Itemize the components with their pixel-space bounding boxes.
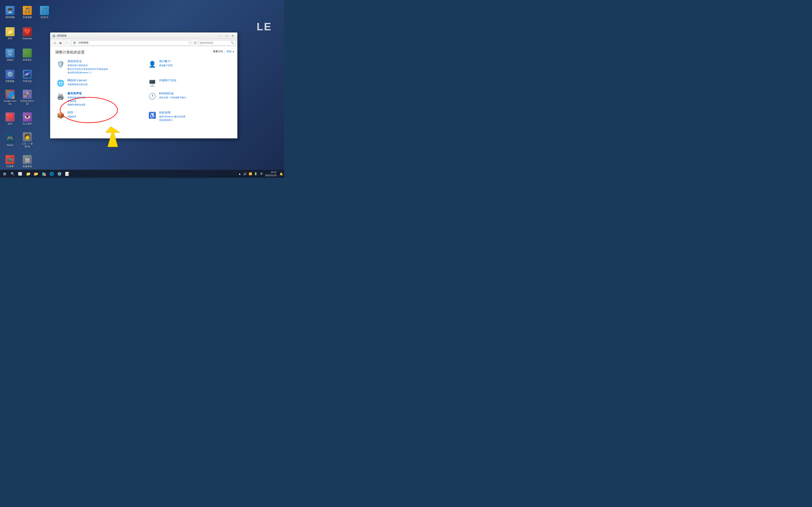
category-program: 📦 程序 卸载程序 [55, 110, 141, 123]
system-sub-3[interactable]: 备份和还原(Windows 7) [67, 71, 140, 74]
taskbar-app-filemanager[interactable]: 📂 [33, 170, 40, 178]
ime-indicator[interactable]: 拼 [259, 172, 263, 176]
taskbar-app-settings[interactable]: ⚙️ [56, 170, 63, 178]
desktop-icon-jixie[interactable]: 🤖 机械迷城 [19, 151, 35, 172]
ease-text: 轻松使用 使用 Windows 建议的设置 优化视觉显示 [159, 111, 232, 122]
desktop-icon-nobody[interactable]: 👁️ 无人深空 [19, 109, 35, 129]
desktop-icon-controlpanel[interactable]: ⚙️ 控制面板 [2, 66, 18, 87]
clock-title-link[interactable]: 时钟和区域 [159, 92, 232, 96]
desktop-icon-mypc[interactable]: 🖥️ 我的电脑 [2, 2, 18, 22]
close-button[interactable]: ✕ [230, 34, 236, 38]
appearance-icon: 🖥️ [148, 79, 157, 88]
task-view-button[interactable]: ⬜ [16, 170, 24, 178]
controlpanel-icon: ⚙️ [5, 70, 14, 79]
desktop-icon-chrome[interactable]: 🌐 Google Chrome [2, 87, 18, 108]
view-more-icon[interactable]: ▾ [233, 50, 234, 53]
window-body: 查看方式： 类别 ▾ 调整计算机的设置 🛡️ 系统和安全 查看你的计算机状态 通… [50, 47, 237, 138]
search-button[interactable]: 🔍 [230, 41, 235, 45]
taskbar-app-store[interactable]: 🛍️ [40, 170, 48, 178]
desktop-icon-shijie[interactable]: 🌿 实境求生 [19, 45, 35, 65]
forward-button[interactable]: ▶ [58, 40, 63, 46]
control-panel-window: ⚙️ 控制面板 ─ □ ✕ ◀ ▶ ↑ ⚙️ › 控制面板 ▾ ↺ 🔍 [50, 33, 238, 138]
network-sub-1[interactable]: 查看网络状态和任务 [67, 83, 140, 87]
address-separator: › [78, 41, 78, 44]
user-text: 用户帐户 更改帐户类型 [159, 60, 232, 67]
address-text: 控制面板 [79, 41, 89, 45]
refresh-button[interactable]: ↺ [193, 40, 198, 46]
category-system: 🛡️ 系统和安全 查看你的计算机状态 通过文件历史记录保存你的文件备份副本 备份… [55, 59, 141, 75]
view-category-link[interactable]: 类别 [226, 50, 232, 53]
ev-icon: 📹 [5, 155, 14, 164]
ease-sub-2[interactable]: 优化视觉显示 [159, 118, 232, 122]
hardware-title-link[interactable]: 硬件和声音 [67, 92, 140, 96]
search-box[interactable]: 🔍 [199, 40, 236, 46]
huishou-label: 回收站 [7, 58, 13, 61]
clock-icon: 🕐 [148, 92, 157, 101]
program-title-link[interactable]: 程序 [67, 111, 140, 114]
clock-time: 14:12 [265, 171, 276, 174]
network-title-link[interactable]: 网络和 Internet [67, 79, 140, 82]
program-sub-1[interactable]: 卸载程序 [67, 115, 140, 119]
desktop-icon-taba[interactable]: 🚀 坎巴拉太空计划 [19, 87, 35, 108]
appearance-title-link[interactable]: 外观和个性化 [159, 79, 232, 82]
system-title-link[interactable]: 系统和安全 [67, 60, 140, 63]
desktop-icon-huishou[interactable]: 🗑️ 回收站 [2, 45, 18, 65]
desktop-icon-renwu[interactable]: 🧑 人文：一款涌-地 [19, 130, 35, 150]
start-button[interactable]: ⊞ [0, 170, 9, 178]
system-sub-1[interactable]: 查看你的计算机状态 [67, 64, 140, 67]
desktop-icon-universe[interactable]: 🌌 宇宙沙盒 [19, 66, 35, 87]
music-label: 音速觉醒 [23, 16, 32, 19]
hardware-sub-1[interactable]: 查看设备和打印机 [67, 96, 140, 100]
hardware-sub-2[interactable]: 添加设备 [67, 99, 140, 103]
maximize-button[interactable]: □ [224, 34, 230, 38]
qq-icon: 🎵 [40, 6, 49, 15]
desktop-icon-wish[interactable]: ❤️ 必勾 [2, 109, 18, 129]
nobody-label: 无人深空 [23, 122, 32, 125]
taskbar: ⊞ 🔍 ⬜ 📁 📂 🛍️ 🌐 ⚙️ 📝 [0, 170, 284, 178]
search-input[interactable] [200, 42, 230, 44]
desktop-icon-qq[interactable]: 🎵 QQ音乐 [37, 2, 52, 22]
category-clock: 🕐 时钟和区域 更改日期、时间或数字格式 [147, 91, 232, 108]
systray-sound[interactable]: 🔊 [243, 172, 247, 176]
desktop-icon-ev[interactable]: 📹 EV录屏 [2, 151, 18, 172]
user-title-link[interactable]: 用户帐户 [159, 60, 232, 63]
taskbar-app-explorer[interactable]: 📁 [24, 170, 32, 178]
notification-center[interactable]: 🔔 [278, 170, 284, 178]
desktop-icon-steam[interactable]: 🎮 Steam [2, 130, 18, 150]
hardware-sub-3[interactable]: 调整常用移动设置 [67, 103, 140, 107]
taskbar-search-button[interactable]: 🔍 [9, 170, 16, 178]
jixie-label: 机械迷城 [23, 165, 32, 168]
ease-sub-1[interactable]: 使用 Windows 建议的设置 [159, 115, 232, 119]
systray-expand[interactable]: ▲ [238, 172, 242, 176]
systray-battery[interactable]: 🔋 [254, 172, 258, 176]
desktop-icon-music[interactable]: 🎵 音速觉醒 [19, 2, 35, 22]
category-hardware: 🖨️ 硬件和声音 查看设备和打印机 添加设备 调整常用移动设置 [55, 91, 141, 108]
filemanager-icon: 📂 [34, 172, 38, 176]
view-options: 查看方式： 类别 ▾ [213, 50, 234, 53]
recycle-label: 罗拌 [8, 37, 12, 40]
address-bar[interactable]: ⚙️ › 控制面板 ▾ [71, 40, 191, 46]
user-sub-1[interactable]: 更改帐户类型 [159, 64, 232, 67]
systray-network[interactable]: 📶 [248, 172, 252, 176]
music-icon: 🎵 [23, 6, 32, 15]
minimize-button[interactable]: ─ [217, 34, 223, 38]
back-button[interactable]: ◀ [52, 40, 57, 46]
nobody-icon: 👁️ [23, 112, 32, 121]
taskbar-clock[interactable]: 14:12 2022/11/19 [263, 171, 278, 177]
ease-title-link[interactable]: 轻松使用 [159, 111, 232, 114]
taskbar-app-ime[interactable]: 📝 [63, 170, 71, 178]
explorer-icon: 📁 [26, 172, 31, 176]
address-dropdown-icon[interactable]: ▾ [189, 42, 190, 44]
system-sub-2[interactable]: 通过文件历史记录保存你的文件备份副本 [67, 67, 140, 71]
taskbar-app-chrome[interactable]: 🌐 [48, 170, 55, 178]
window-controls: ─ □ ✕ [217, 34, 236, 38]
desktop-icon-undertale[interactable]: ❤️ Undertale [19, 23, 35, 44]
program-text: 程序 卸载程序 [67, 111, 140, 119]
settings-taskbar-icon: ⚙️ [57, 172, 62, 176]
recycle-icon: 📁 [5, 27, 14, 36]
up-button[interactable]: ↑ [64, 40, 69, 46]
clock-sub-1[interactable]: 更改日期、时间或数字格式 [159, 96, 232, 100]
desktop-icon-recycle[interactable]: 📁 罗拌 [2, 23, 18, 44]
renwu-label: 人文：一款涌-地 [20, 142, 34, 148]
ime-taskbar-icon: 📝 [65, 172, 69, 176]
